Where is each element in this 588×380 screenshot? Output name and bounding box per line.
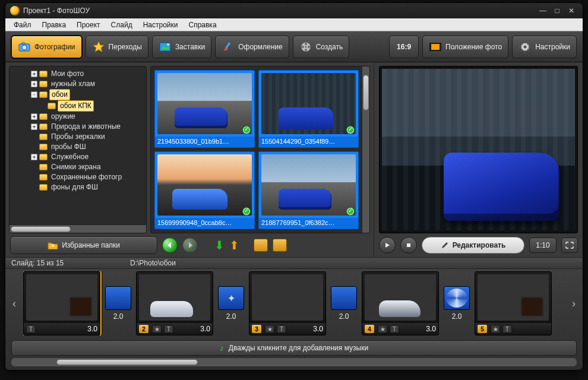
tree-item[interactable]: +Мои фото <box>31 69 145 79</box>
tree-item-label: Пробы зеркалки <box>49 132 107 142</box>
tab-transitions[interactable]: Переходы <box>86 36 148 58</box>
music-hint: Дважды кликните для добавления музыки <box>229 344 368 352</box>
edit-button[interactable]: Редактировать <box>422 237 524 254</box>
favorite-folders-button[interactable]: Избранные папки <box>10 236 157 254</box>
expand-toggle-icon[interactable]: + <box>31 81 37 87</box>
aspect-ratio-button[interactable]: 16:9 <box>389 36 419 58</box>
timeline-transition[interactable]: 2.0 <box>442 286 471 321</box>
transition-duration[interactable]: 2.0 <box>113 312 124 321</box>
stop-button[interactable] <box>400 237 417 254</box>
transition-duration[interactable]: 2.0 <box>452 312 462 321</box>
thumbnail[interactable]: 15504144290_0354f89… <box>258 70 359 148</box>
slide-duration[interactable]: 3.0 <box>87 325 97 333</box>
folder-tree-panel: +Мои фото+нужный хлам-обоиобои КПК+оружи… <box>9 66 147 233</box>
open-folder-button[interactable] <box>273 239 287 252</box>
thumbnail-caption: 21887769951_0f6382c… <box>259 218 358 229</box>
slide-bar: 3★T3.0 <box>249 323 325 335</box>
tree-item[interactable]: Сохраненные фотогр <box>31 172 145 182</box>
expand-toggle-icon[interactable]: + <box>31 124 37 130</box>
slide-star-button[interactable]: ★ <box>152 325 162 333</box>
tree-item-label: Сохраненные фотогр <box>49 172 124 182</box>
tree-item[interactable]: обои КПК <box>39 100 145 112</box>
play-button[interactable] <box>379 237 396 254</box>
folder-tree[interactable]: +Мои фото+нужный хлам-обоиобои КПК+оружи… <box>10 66 146 224</box>
slide-text-button[interactable]: T <box>26 325 36 333</box>
tab-design[interactable]: Оформление <box>215 36 289 58</box>
slide-star-button[interactable]: ★ <box>265 325 274 333</box>
timeline-slide[interactable]: 5★T <box>475 271 552 335</box>
menu-project[interactable]: Проект <box>72 20 105 30</box>
menu-file[interactable]: Файл <box>9 20 36 30</box>
slide-star-button[interactable]: ★ <box>378 325 387 333</box>
slide-number: 3 <box>252 325 261 333</box>
tree-item[interactable]: +Природа и животные <box>31 122 145 132</box>
timeline-slide[interactable]: 4★T3.0 <box>362 271 439 335</box>
menu-settings[interactable]: Настройки <box>138 20 183 30</box>
add-folder-button[interactable] <box>254 239 268 252</box>
menu-edit[interactable]: Правка <box>37 20 71 30</box>
tree-item[interactable]: +оружие <box>31 112 145 122</box>
transition-icon <box>331 286 357 310</box>
menu-slide[interactable]: Слайд <box>106 20 137 30</box>
remove-up-icon[interactable]: ⬆ <box>229 238 239 252</box>
expand-toggle-icon[interactable]: + <box>31 113 37 120</box>
timeline-slide[interactable]: T3.0 <box>23 271 100 335</box>
slide-duration[interactable]: 3.0 <box>313 325 323 333</box>
close-button[interactable]: ✕ <box>565 6 578 15</box>
slide-text-button[interactable]: T <box>502 325 512 333</box>
maximize-button[interactable]: □ <box>551 6 564 15</box>
slide-star-button[interactable]: ★ <box>491 325 500 333</box>
slide-text-button[interactable]: T <box>390 325 399 333</box>
thumbs-vscrollbar[interactable] <box>362 66 369 233</box>
svg-line-23 <box>527 49 529 51</box>
tree-item[interactable]: +нужный хлам <box>31 79 145 89</box>
transition-duration[interactable]: 2.0 <box>226 312 236 321</box>
slide-bar: 5★T <box>475 323 551 335</box>
slide-text-button[interactable]: T <box>164 325 173 333</box>
thumbnail[interactable]: 15699990948_0ccab8c… <box>154 151 255 229</box>
nav-back-button[interactable] <box>162 238 178 253</box>
timeline-hscrollbar[interactable] <box>11 358 577 366</box>
music-track-bar[interactable]: ♪ Дважды кликните для добавления музыки <box>11 340 577 356</box>
tree-item[interactable]: фоны для ФШ <box>31 182 145 192</box>
thumbnail[interactable]: 21887769951_0f6382c… <box>258 151 359 229</box>
timeline-slide[interactable]: 3★T3.0 <box>249 271 326 335</box>
svg-point-12 <box>308 46 309 48</box>
tab-photos[interactable]: Фотографии <box>11 36 82 58</box>
gear-icon <box>519 40 532 53</box>
fullscreen-button[interactable] <box>561 238 578 253</box>
add-down-icon[interactable]: ⬇ <box>214 238 225 252</box>
tree-item[interactable]: пробы ФШ <box>31 142 145 152</box>
tree-hscrollbar[interactable] <box>10 224 146 233</box>
slide-text-button[interactable]: T <box>277 325 286 333</box>
nav-forward-button[interactable] <box>182 238 198 253</box>
main-toolbar: Фотографии Переходы Заставки Оформление … <box>5 31 583 62</box>
expand-toggle-icon[interactable]: - <box>31 91 37 98</box>
expand-toggle-icon[interactable]: + <box>31 154 37 160</box>
settings-button[interactable]: Настройки <box>512 36 577 58</box>
timeline-transition[interactable]: 2.0 <box>104 286 132 321</box>
menu-help[interactable]: Справка <box>184 20 221 30</box>
expand-toggle-icon[interactable]: + <box>31 71 37 77</box>
timeline-strip[interactable]: ‹ T3.02.02★T3.02.03★T3.02.04★T3.02.05★T … <box>5 269 583 338</box>
tab-bumpers[interactable]: Заставки <box>152 36 211 58</box>
timeline-transition[interactable]: 2.0 <box>217 286 245 321</box>
transition-duration[interactable]: 2.0 <box>339 312 349 321</box>
tree-item-label: Снимки экрана <box>49 162 103 172</box>
timeline-prev-button[interactable]: ‹ <box>9 277 20 330</box>
tab-create[interactable]: Создать <box>293 36 350 58</box>
minimize-button[interactable]: — <box>536 6 549 15</box>
tab-design-label: Оформление <box>238 43 282 51</box>
timeline-transition[interactable]: 2.0 <box>330 286 358 321</box>
tree-item[interactable]: +Служебное <box>31 152 145 162</box>
tree-item[interactable]: -обоиобои КПК <box>31 89 145 112</box>
timeline-slide[interactable]: 2★T3.0 <box>136 271 213 335</box>
photo-position-button[interactable]: Положение фото <box>422 36 508 58</box>
tree-item[interactable]: Снимки экрана <box>31 162 145 172</box>
tree-item[interactable]: Пробы зеркалки <box>31 132 145 142</box>
thumbnail[interactable]: 21945033800_01b9b1… <box>154 70 255 148</box>
timeline-next-button[interactable]: › <box>568 277 579 330</box>
slide-duration[interactable]: 3.0 <box>426 325 436 333</box>
slide-duration[interactable]: 3.0 <box>200 325 210 333</box>
svg-rect-15 <box>431 44 440 50</box>
